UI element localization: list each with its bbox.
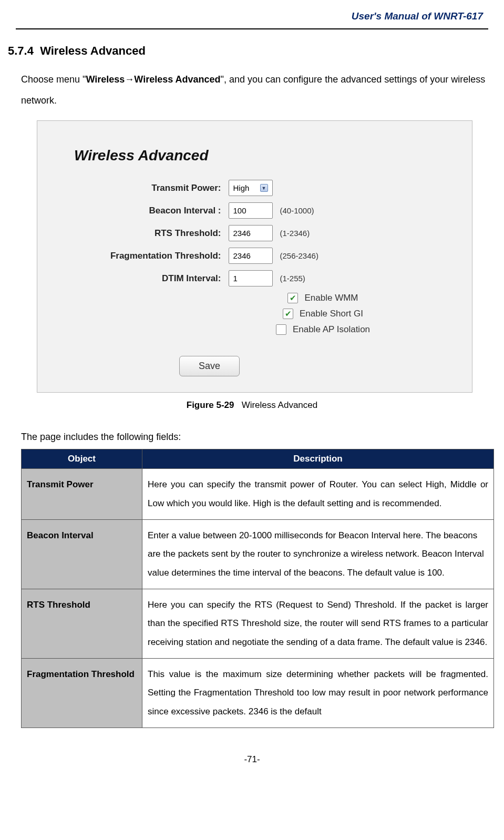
table-row: Fragmentation Threshold This value is th… bbox=[22, 658, 494, 728]
th-object: Object bbox=[22, 449, 142, 469]
frag-threshold-input[interactable]: 2346 bbox=[229, 248, 273, 264]
dtim-interval-input[interactable]: 1 bbox=[229, 270, 273, 286]
figure-caption-text: Wireless Advanced bbox=[242, 400, 318, 410]
label-transmit-power: Transmit Power: bbox=[92, 183, 229, 193]
transmit-power-value: High bbox=[233, 183, 250, 192]
desc-rts-threshold: Here you can specify the RTS (Request to… bbox=[142, 589, 494, 658]
label-enable-ap-isolation: Enable AP Isolation bbox=[293, 324, 370, 335]
row-enable-ap-isolation: ✔ Enable AP Isolation bbox=[276, 324, 370, 335]
figure-screenshot: Wireless Advanced Transmit Power: High ▼… bbox=[37, 120, 472, 393]
intro-menu1: Wireless bbox=[86, 74, 125, 85]
th-description: Description bbox=[142, 449, 494, 469]
obj-rts-threshold: RTS Threshold bbox=[22, 589, 142, 658]
section-heading: 5.7.4 Wireless Advanced bbox=[8, 44, 488, 58]
obj-beacon-interval: Beacon Interval bbox=[22, 519, 142, 589]
intro-menu2: Wireless Advanced bbox=[134, 74, 220, 85]
label-frag-threshold: Fragmentation Threshold: bbox=[92, 251, 229, 261]
label-enable-wmm: Enable WMM bbox=[304, 293, 358, 303]
checkbox-enable-wmm[interactable]: ✔ bbox=[287, 293, 298, 303]
description-table: Object Description Transmit Power Here y… bbox=[21, 449, 494, 728]
checkbox-enable-shortgi[interactable]: ✔ bbox=[283, 309, 293, 319]
obj-transmit-power: Transmit Power bbox=[22, 469, 142, 519]
row-transmit-power: Transmit Power: High ▼ bbox=[92, 180, 418, 196]
label-enable-shortgi: Enable Short GI bbox=[300, 309, 363, 319]
transmit-power-select[interactable]: High ▼ bbox=[229, 180, 273, 196]
hint-dtim: (1-255) bbox=[280, 274, 305, 283]
header-manual-title: User's Manual of WNRT-617 bbox=[16, 11, 488, 28]
page-number: -71- bbox=[16, 754, 488, 765]
row-dtim-interval: DTIM Interval: 1 (1-255) bbox=[92, 270, 418, 286]
row-enable-wmm: ✔ Enable WMM bbox=[287, 293, 358, 303]
checkbox-enable-ap-isolation[interactable]: ✔ bbox=[276, 324, 286, 335]
beacon-interval-input[interactable]: 100 bbox=[229, 202, 273, 219]
figure-caption-number: Figure 5-29 bbox=[187, 400, 234, 410]
intro-arrow-icon: → bbox=[125, 74, 134, 85]
desc-beacon-interval: Enter a value between 20-1000 millisecon… bbox=[142, 519, 494, 589]
label-dtim-interval: DTIM Interval: bbox=[92, 273, 229, 284]
table-row: Transmit Power Here you can specify the … bbox=[22, 469, 494, 519]
label-beacon-interval: Beacon Interval : bbox=[92, 206, 229, 216]
panel-title: Wireless Advanced bbox=[74, 147, 209, 164]
intro-prefix: Choose menu " bbox=[21, 74, 86, 85]
hint-frag: (256-2346) bbox=[280, 251, 318, 260]
row-enable-shortgi: ✔ Enable Short GI bbox=[283, 309, 363, 319]
desc-frag-threshold: This value is the maximum size determini… bbox=[142, 658, 494, 728]
label-rts-threshold: RTS Threshold: bbox=[92, 228, 229, 239]
row-rts-threshold: RTS Threshold: 2346 (1-2346) bbox=[92, 225, 418, 241]
figure-caption: Figure 5-29 Wireless Advanced bbox=[16, 400, 488, 411]
section-title: Wireless Advanced bbox=[40, 44, 146, 57]
save-button[interactable]: Save bbox=[179, 356, 240, 376]
table-row: RTS Threshold Here you can specify the R… bbox=[22, 589, 494, 658]
row-frag-threshold: Fragmentation Threshold: 2346 (256-2346) bbox=[92, 248, 418, 264]
hint-rts: (1-2346) bbox=[280, 229, 310, 238]
header-divider bbox=[16, 28, 488, 29]
row-beacon-interval: Beacon Interval : 100 (40-1000) bbox=[92, 202, 418, 219]
hint-beacon: (40-1000) bbox=[280, 206, 314, 215]
section-intro: Choose menu "Wireless→Wireless Advanced"… bbox=[21, 69, 488, 111]
desc-transmit-power: Here you can specify the transmit power … bbox=[142, 469, 494, 519]
section-number: 5.7.4 bbox=[8, 44, 34, 57]
rts-threshold-input[interactable]: 2346 bbox=[229, 225, 273, 241]
obj-frag-threshold: Fragmentation Threshold bbox=[22, 658, 142, 728]
chevron-down-icon: ▼ bbox=[260, 184, 268, 192]
table-row: Beacon Interval Enter a value between 20… bbox=[22, 519, 494, 589]
fields-intro: The page includes the following fields: bbox=[21, 432, 488, 443]
